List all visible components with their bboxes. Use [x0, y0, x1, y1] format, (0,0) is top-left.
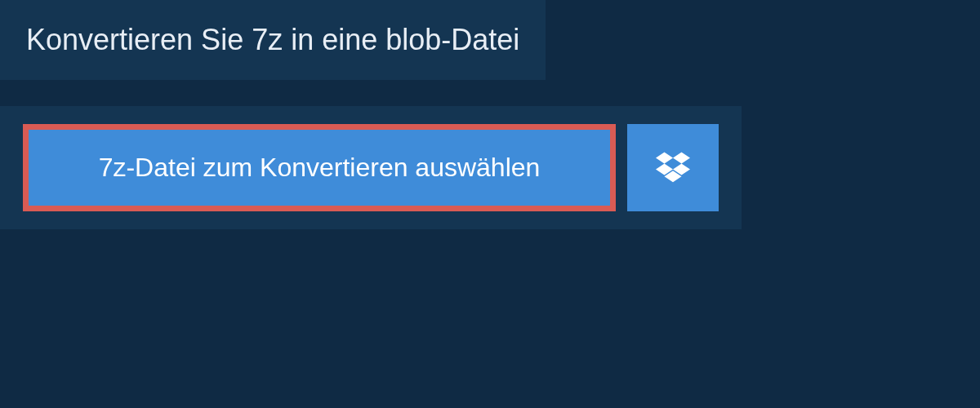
page-header: Konvertieren Sie 7z in eine blob-Datei: [0, 0, 546, 80]
dropbox-button[interactable]: [627, 124, 719, 211]
dropbox-icon: [656, 149, 690, 187]
choose-file-button[interactable]: 7z-Datei zum Konvertieren auswählen: [23, 124, 616, 211]
choose-file-label: 7z-Datei zum Konvertieren auswählen: [99, 153, 541, 183]
upload-panel: 7z-Datei zum Konvertieren auswählen: [0, 106, 742, 229]
page-title: Konvertieren Sie 7z in eine blob-Datei: [26, 23, 519, 57]
